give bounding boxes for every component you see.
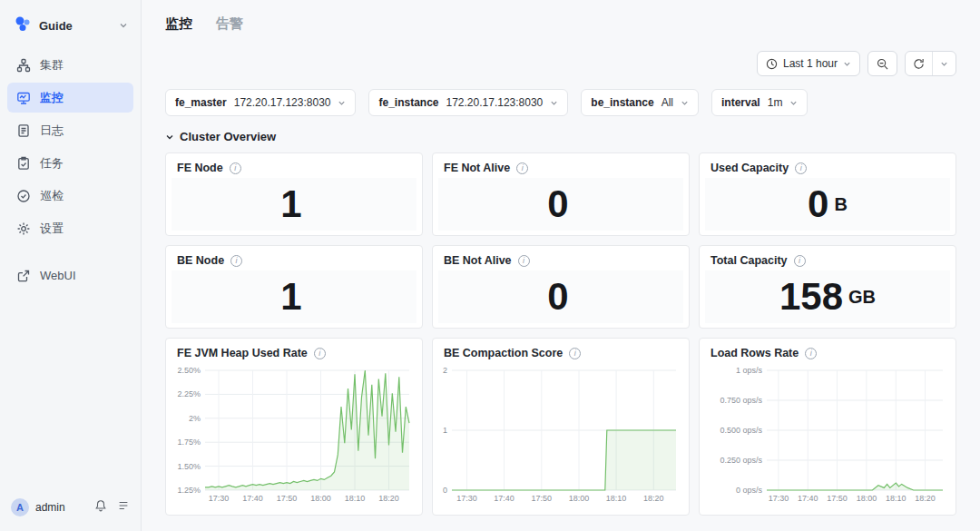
svg-text:0 ops/s: 0 ops/s <box>736 486 763 495</box>
panel-title: FE Node <box>177 162 223 174</box>
notifications-bell-icon[interactable] <box>94 499 107 516</box>
user-avatar[interactable]: A <box>11 498 29 516</box>
info-icon[interactable]: i <box>230 162 241 174</box>
time-range-picker[interactable]: Last 1 hour <box>757 51 860 76</box>
svg-text:18:00: 18:00 <box>569 494 590 503</box>
info-icon[interactable]: i <box>794 255 806 267</box>
time-toolbar: Last 1 hour <box>165 51 956 76</box>
panel-title: Used Capacity <box>710 162 789 174</box>
filter-be-instance[interactable]: be_instance All <box>581 89 699 116</box>
refresh-interval-dropdown[interactable] <box>932 52 956 75</box>
svg-text:2%: 2% <box>189 414 201 423</box>
svg-text:18:10: 18:10 <box>886 494 906 503</box>
sidebar: Guide 集群 监控 日志 任务 巡检 <box>0 0 142 531</box>
zoom-out-icon <box>877 58 888 70</box>
section-cluster-overview[interactable]: Cluster Overview <box>165 130 956 143</box>
clock-icon <box>766 58 778 70</box>
svg-text:2.25%: 2.25% <box>177 389 201 398</box>
be-compaction-chart[interactable]: 21017:3017:4017:5018:0018:1018:20 <box>438 363 683 505</box>
stat-unit: GB <box>848 287 876 308</box>
filter-bar: fe_master 172.20.17.123:8030 fe_instance… <box>165 89 956 116</box>
sidebar-item-inspection[interactable]: 巡检 <box>7 181 133 211</box>
svg-text:0.750 ops/s: 0.750 ops/s <box>720 396 762 405</box>
info-icon[interactable]: i <box>805 348 817 359</box>
info-icon[interactable]: i <box>795 162 807 174</box>
panel-title: FE Not Alive <box>444 162 510 174</box>
panel-used-capacity: Used Capacityi 0B <box>699 152 956 236</box>
svg-text:18:00: 18:00 <box>310 494 331 503</box>
filter-fe-instance[interactable]: fe_instance 172.20.17.123:8030 <box>368 89 568 116</box>
stat-body: 1 <box>172 270 416 323</box>
sidebar-item-webui[interactable]: WebUI <box>7 261 133 290</box>
zoom-out-button[interactable] <box>867 51 897 76</box>
filter-interval[interactable]: interval 1m <box>711 89 808 116</box>
panel-fe-jvm-heap-used-rate: FE JVM Heap Used Ratei 2.50%2.25%2%1.75%… <box>165 338 423 516</box>
chevron-down-icon <box>119 21 128 30</box>
tab-alerts[interactable]: 告警 <box>216 15 243 33</box>
filter-value: 1m <box>768 96 783 109</box>
svg-text:18:10: 18:10 <box>606 494 627 503</box>
svg-text:17:50: 17:50 <box>827 494 848 503</box>
chart-row: FE JVM Heap Used Ratei 2.50%2.25%2%1.75%… <box>165 338 956 516</box>
panel-title: BE Node <box>177 254 224 267</box>
product-switcher[interactable]: Guide <box>0 0 141 46</box>
load-rows-rate-chart[interactable]: 1 ops/s0.750 ops/s0.500 ops/s0.250 ops/s… <box>705 363 950 505</box>
stat-value: 0 <box>547 185 568 223</box>
stat-body: 0B <box>705 178 950 231</box>
panel-title: Total Capacity <box>710 254 788 267</box>
info-icon[interactable]: i <box>516 162 528 174</box>
cluster-icon <box>16 58 31 73</box>
sidebar-item-logs[interactable]: 日志 <box>7 115 133 145</box>
stat-value: 0 <box>808 185 828 223</box>
info-icon[interactable]: i <box>569 348 581 359</box>
sidebar-item-label: 监控 <box>40 90 64 106</box>
app-root: Guide 集群 监控 日志 任务 巡检 <box>0 0 980 531</box>
gear-icon <box>16 221 31 236</box>
log-icon <box>16 123 31 138</box>
chevron-down-icon <box>165 133 174 142</box>
info-icon[interactable]: i <box>518 255 530 267</box>
refresh-button-group <box>905 51 956 76</box>
refresh-icon <box>913 58 925 70</box>
filter-value: 172.20.17.123:8030 <box>234 96 331 109</box>
info-icon[interactable]: i <box>314 348 326 359</box>
filter-value: 172.20.17.123:8030 <box>446 96 544 109</box>
panel-fe-not-alive: FE Not Alivei 0 <box>432 152 690 236</box>
info-icon[interactable]: i <box>230 255 242 267</box>
filter-fe-master[interactable]: fe_master 172.20.17.123:8030 <box>165 89 356 116</box>
sidebar-item-monitor[interactable]: 监控 <box>7 83 133 113</box>
panel-total-capacity: Total Capacityi 158GB <box>699 245 956 329</box>
chevron-down-icon <box>550 99 558 107</box>
svg-text:17:50: 17:50 <box>532 494 553 503</box>
fe-jvm-heap-chart[interactable]: 2.50%2.25%2%1.75%1.50%1.25%17:3017:4017:… <box>172 363 416 505</box>
stat-body: 158GB <box>705 270 950 323</box>
product-logo-icon <box>13 14 33 37</box>
sidebar-footer: A admin <box>0 487 141 531</box>
chevron-down-icon <box>789 99 798 107</box>
stat-value: 1 <box>280 278 301 316</box>
sidebar-item-settings[interactable]: 设置 <box>7 213 133 243</box>
sidebar-item-cluster[interactable]: 集群 <box>7 50 133 80</box>
tab-monitor[interactable]: 监控 <box>165 15 192 33</box>
product-name: Guide <box>39 19 73 33</box>
filter-label: fe_instance <box>378 96 438 109</box>
svg-text:0.500 ops/s: 0.500 ops/s <box>720 426 762 435</box>
svg-text:17:30: 17:30 <box>456 494 477 503</box>
sidebar-menu: 集群 监控 日志 任务 巡检 设置 <box>0 46 141 294</box>
refresh-button[interactable] <box>906 52 932 75</box>
svg-text:1.25%: 1.25% <box>177 486 201 495</box>
svg-text:1 ops/s: 1 ops/s <box>736 366 763 375</box>
stat-body: 1 <box>172 178 416 231</box>
svg-text:0.250 ops/s: 0.250 ops/s <box>720 456 762 465</box>
svg-text:18:20: 18:20 <box>915 494 936 503</box>
filter-label: be_instance <box>591 96 653 109</box>
panel-load-rows-rate: Load Rows Ratei 1 ops/s0.750 ops/s0.500 … <box>699 338 956 516</box>
inspection-icon <box>16 189 31 203</box>
collapse-menu-icon[interactable] <box>117 499 130 516</box>
stat-unit: B <box>834 194 847 215</box>
svg-text:18:00: 18:00 <box>857 494 877 503</box>
panel-be-compaction-score: BE Compaction Scorei 21017:3017:4017:501… <box>432 338 690 516</box>
svg-text:17:30: 17:30 <box>769 494 789 503</box>
sidebar-item-label: 日志 <box>40 123 64 139</box>
sidebar-item-tasks[interactable]: 任务 <box>7 148 133 178</box>
